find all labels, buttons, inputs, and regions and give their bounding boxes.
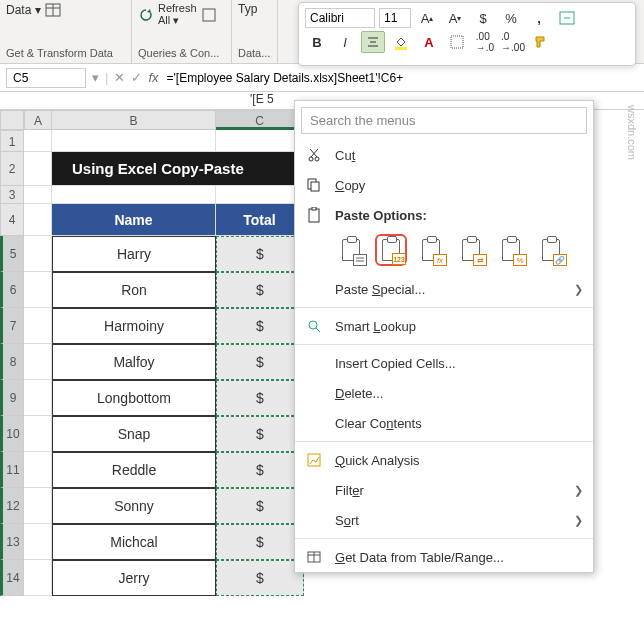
cell[interactable] [24, 560, 52, 596]
row-header[interactable]: 3 [0, 186, 24, 204]
data-cell-value[interactable]: $ [216, 272, 304, 308]
header-cell[interactable]: Total [216, 204, 304, 236]
menu-quick-analysis[interactable]: Quick Analysis [295, 445, 593, 475]
menu-clear-contents[interactable]: Clear Contents [295, 408, 593, 438]
row-header[interactable]: 11 [0, 452, 24, 488]
column-header[interactable]: C [216, 110, 304, 130]
cell[interactable] [216, 130, 304, 152]
comma-format-icon[interactable]: , [527, 7, 551, 29]
fill-color-icon[interactable] [389, 31, 413, 53]
dropdown-icon[interactable]: ▾ [92, 70, 99, 85]
row-header[interactable]: 13 [0, 524, 24, 560]
menu-insert-copied[interactable]: Insert Copied Cells... [295, 348, 593, 378]
menu-search-input[interactable]: Search the menus [301, 107, 587, 134]
data-cell-value[interactable]: $ [216, 380, 304, 416]
name-box[interactable] [6, 68, 86, 88]
cell[interactable] [24, 130, 52, 152]
menu-get-data[interactable]: Get Data from Table/Range... [295, 542, 593, 572]
row-header[interactable]: 9 [0, 380, 24, 416]
data-cell-name[interactable]: Reddle [52, 452, 216, 488]
cell[interactable] [24, 204, 52, 236]
data-cell-name[interactable]: Snap [52, 416, 216, 452]
cell[interactable] [24, 272, 52, 308]
center-align-icon[interactable] [361, 31, 385, 53]
menu-paste-special[interactable]: Paste Special... ❯ [295, 274, 593, 304]
cell[interactable] [24, 344, 52, 380]
cell[interactable] [24, 236, 52, 272]
merge-icon[interactable] [555, 7, 579, 29]
data-cell-name[interactable]: Sonny [52, 488, 216, 524]
data-cell-name[interactable]: Ron [52, 272, 216, 308]
data-cell-value[interactable]: $ [216, 560, 304, 596]
row-header[interactable]: 10 [0, 416, 24, 452]
cell[interactable] [24, 308, 52, 344]
data-cell-value[interactable]: $ [216, 236, 304, 272]
menu-sort[interactable]: Sort ❯ [295, 505, 593, 535]
cell[interactable] [24, 524, 52, 560]
font-color-icon[interactable]: A [417, 31, 441, 53]
data-cell-name[interactable]: Jerry [52, 560, 216, 596]
data-dropdown[interactable]: Data [6, 3, 31, 17]
cell[interactable] [24, 452, 52, 488]
refresh-icon[interactable] [138, 7, 154, 23]
row-header[interactable]: 8 [0, 344, 24, 380]
cell[interactable] [24, 488, 52, 524]
fx-icon[interactable]: fx [148, 70, 158, 85]
cell[interactable] [52, 186, 216, 204]
data-cell-value[interactable]: $ [216, 416, 304, 452]
data-cell-value[interactable]: $ [216, 452, 304, 488]
row-header[interactable]: 2 [0, 152, 24, 186]
cancel-icon[interactable]: ✕ [114, 70, 125, 85]
row-header[interactable]: 4 [0, 204, 24, 236]
row-header[interactable]: 5 [0, 236, 24, 272]
menu-smart-lookup[interactable]: Smart Lookup [295, 311, 593, 341]
paste-formatting[interactable]: % [495, 234, 527, 266]
menu-cut[interactable]: Cut [295, 140, 593, 170]
paste-formulas[interactable]: fx [415, 234, 447, 266]
data-cell-name[interactable]: Malfoy [52, 344, 216, 380]
accounting-format-icon[interactable]: $ [471, 7, 495, 29]
select-all-corner[interactable] [0, 110, 24, 130]
row-header[interactable]: 6 [0, 272, 24, 308]
data-cell-name[interactable]: Harry [52, 236, 216, 272]
bold-icon[interactable]: B [305, 31, 329, 53]
header-cell[interactable]: Name [52, 204, 216, 236]
paste-link[interactable]: 🔗 [535, 234, 567, 266]
data-cell-value[interactable]: $ [216, 344, 304, 380]
column-header[interactable]: A [24, 110, 52, 130]
menu-filter[interactable]: Filter ❯ [295, 475, 593, 505]
cell[interactable] [24, 416, 52, 452]
data-cell-value[interactable]: $ [216, 524, 304, 560]
cell[interactable] [24, 152, 52, 186]
confirm-icon[interactable]: ✓ [131, 70, 142, 85]
row-header[interactable]: 12 [0, 488, 24, 524]
paste-values[interactable]: 123 [375, 234, 407, 266]
paste-transpose[interactable]: ⇄ [455, 234, 487, 266]
data-cell-name[interactable]: Michcal [52, 524, 216, 560]
cell[interactable] [24, 186, 52, 204]
queries-icon[interactable] [201, 7, 217, 23]
data-cell-name[interactable]: Longbottom [52, 380, 216, 416]
format-painter-icon[interactable] [529, 31, 553, 53]
row-header[interactable]: 1 [0, 130, 24, 152]
data-cell-name[interactable]: Harmoiny [52, 308, 216, 344]
row-header[interactable]: 7 [0, 308, 24, 344]
refresh-all-button[interactable]: RefreshAll ▾ [158, 2, 197, 27]
column-header[interactable]: B [52, 110, 216, 130]
cell[interactable] [52, 130, 216, 152]
cell[interactable] [24, 380, 52, 416]
data-cell-value[interactable]: $ [216, 488, 304, 524]
increase-font-icon[interactable]: A▴ [415, 7, 439, 29]
menu-delete[interactable]: Delete... [295, 378, 593, 408]
borders-icon[interactable] [445, 31, 469, 53]
menu-copy[interactable]: Copy [295, 170, 593, 200]
cell[interactable] [216, 186, 304, 204]
font-name-input[interactable] [305, 8, 375, 28]
font-size-input[interactable] [379, 8, 411, 28]
formula-input[interactable] [165, 69, 565, 87]
italic-icon[interactable]: I [333, 31, 357, 53]
decrease-decimal-icon[interactable]: .00→.0 [473, 31, 497, 53]
data-cell-value[interactable]: $ [216, 308, 304, 344]
title-cell[interactable]: Using Excel Copy-Paste [52, 152, 304, 186]
row-header[interactable]: 14 [0, 560, 24, 596]
